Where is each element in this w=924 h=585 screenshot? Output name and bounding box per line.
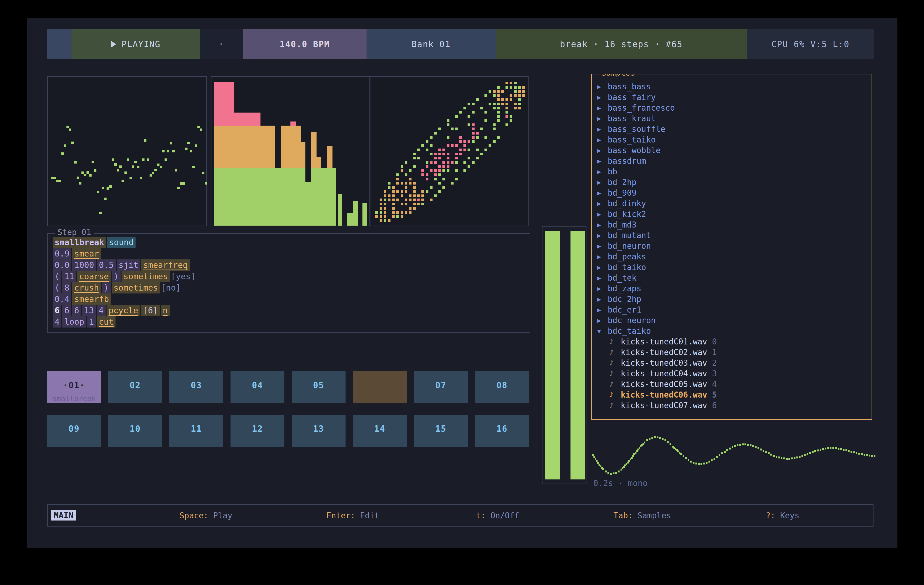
code-token-val[interactable]: ) xyxy=(102,282,111,293)
chevron-right-icon: ▶ xyxy=(597,242,608,250)
code-token-fn[interactable]: smear xyxy=(72,248,101,259)
code-token-val[interactable]: ) xyxy=(112,271,120,282)
step-cell-11[interactable]: 11 xyxy=(169,415,223,447)
sample-folder-bass_kraut[interactable]: ▶bass_kraut xyxy=(597,113,870,124)
sample-folder-bd_mutant[interactable]: ▶bd_mutant xyxy=(597,230,870,241)
sample-folder-bass_fairy[interactable]: ▶bass_fairy xyxy=(597,92,870,102)
sample-file-kicks-tunedC07.wav[interactable]: ♪kicks-tunedC07.wav6 xyxy=(597,400,870,410)
code-token-val[interactable]: 8 xyxy=(62,282,71,293)
sample-list[interactable]: ▶bass_bass▶bass_fairy▶bass_francesco▶bas… xyxy=(597,81,870,410)
sample-file-kicks-tunedC02.wav[interactable]: ♪kicks-tunedC02.wav1 xyxy=(597,347,870,358)
code-token-fn[interactable]: coarse xyxy=(77,271,111,282)
code-token-word[interactable]: sometimes xyxy=(112,282,160,293)
code-token-val[interactable]: 4 xyxy=(97,305,106,316)
sample-folder-bdc_er1[interactable]: ▶bdc_er1 xyxy=(597,304,870,315)
sample-folder-bd_neuron[interactable]: ▶bd_neuron xyxy=(597,241,870,251)
code-token-sound[interactable]: sound xyxy=(107,237,135,248)
sample-file-kicks-tunedC05.wav[interactable]: ♪kicks-tunedC05.wav4 xyxy=(597,379,870,389)
code-token-val[interactable]: 0.4 xyxy=(53,293,71,305)
code-token-fn[interactable]: smearfb xyxy=(72,293,111,305)
cloud-dot xyxy=(413,203,416,205)
scatter-dot xyxy=(114,163,117,166)
sample-folder-bd_zaps[interactable]: ▶bd_zaps xyxy=(597,283,870,294)
code-token-fn[interactable]: cut xyxy=(97,316,116,328)
code-token-fn[interactable]: smearfreq xyxy=(141,259,190,271)
sample-folder-bd_909[interactable]: ▶bd_909 xyxy=(597,188,870,198)
cloud-dot xyxy=(405,203,408,205)
code-token-name[interactable]: smallbreak xyxy=(53,237,106,248)
sample-folder-bass_wobble[interactable]: ▶bass_wobble xyxy=(597,145,870,155)
step-cell-1[interactable]: ·01·smallbreak xyxy=(47,371,101,404)
step-cell-6[interactable]: 06 xyxy=(353,371,407,404)
sample-folder-bd_md3[interactable]: ▶bd_md3 xyxy=(597,219,870,230)
code-token-obrk[interactable]: [6] xyxy=(141,305,160,316)
step-cell-13[interactable]: 13 xyxy=(292,415,345,447)
code-token-val[interactable]: 1000 xyxy=(72,259,96,271)
code-token-val[interactable]: sjit xyxy=(117,259,140,271)
code-token-fn[interactable]: n xyxy=(161,305,169,316)
sample-folder-bass_francesco[interactable]: ▶bass_francesco xyxy=(597,102,870,113)
step-code[interactable]: smallbreaksound0.9smear0.010000.5sjitsme… xyxy=(53,237,526,328)
code-token-val[interactable]: 4 xyxy=(53,316,61,328)
step-cell-12[interactable]: 12 xyxy=(231,415,284,447)
sample-folder-bd_taiko[interactable]: ▶bd_taiko xyxy=(597,262,870,272)
sample-folder-bd_2hp[interactable]: ▶bd_2hp xyxy=(597,177,870,188)
step-cell-15[interactable]: 15 xyxy=(414,415,468,447)
step-cell-16[interactable]: 16 xyxy=(475,415,529,447)
sample-folder-bass_taiko[interactable]: ▶bass_taiko xyxy=(597,134,870,145)
sample-folder-bd_kick2[interactable]: ▶bd_kick2 xyxy=(597,209,870,219)
code-token-val[interactable]: 0.9 xyxy=(53,248,71,259)
code-token-brk[interactable]: [no] xyxy=(161,282,181,293)
code-token-val[interactable]: 11 xyxy=(62,271,76,282)
code-token-fn[interactable]: crush xyxy=(72,282,101,293)
bank-display[interactable]: Bank 01 xyxy=(366,29,496,59)
skyline-block xyxy=(363,203,367,226)
sample-folder-bassdrum[interactable]: ▶bassdrum xyxy=(597,155,870,166)
code-token-val[interactable]: 0.0 xyxy=(53,259,71,271)
code-token-val[interactable]: 13 xyxy=(82,305,96,316)
scatter-dot xyxy=(84,174,86,176)
sample-file-kicks-tunedC04.wav[interactable]: ♪kicks-tunedC04.wav3 xyxy=(597,368,870,379)
step-cell-2[interactable]: 02 xyxy=(108,371,162,404)
sample-folder-bdc_neuron[interactable]: ▶bdc_neuron xyxy=(597,315,870,326)
sample-folder-bass_bass[interactable]: ▶bass_bass xyxy=(597,81,870,92)
step-cell-9[interactable]: 09 xyxy=(47,415,101,447)
step-cell-14[interactable]: 14 xyxy=(353,415,407,447)
code-token-word[interactable]: sometimes xyxy=(122,271,170,282)
sample-folder-bdc_2hp[interactable]: ▶bdc_2hp xyxy=(597,294,870,304)
scatter-dot xyxy=(124,171,127,174)
code-token-val[interactable]: loop xyxy=(62,316,86,328)
cloud-dot xyxy=(459,111,462,114)
code-token-val[interactable]: 6 xyxy=(72,305,81,316)
code-token-val[interactable]: 0.5 xyxy=(97,259,116,271)
code-token-fn[interactable]: pcycle xyxy=(107,305,140,316)
sample-folder-bd_dinky[interactable]: ▶bd_dinky xyxy=(597,198,870,209)
code-token-valb[interactable]: 6 xyxy=(53,305,61,316)
sample-folder-bdc_taiko[interactable]: ▼bdc_taiko xyxy=(597,326,870,336)
sample-folder-bd_tek[interactable]: ▶bd_tek xyxy=(597,272,870,283)
code-token-val[interactable]: ( xyxy=(53,282,61,293)
scatter-dot xyxy=(142,158,145,161)
step-cell-3[interactable]: 03 xyxy=(169,371,223,404)
step-cell-4[interactable]: 04 xyxy=(231,371,284,404)
code-token-val[interactable]: 6 xyxy=(62,305,71,316)
waveform-dash xyxy=(776,456,777,458)
sample-folder-bass_souffle[interactable]: ▶bass_souffle xyxy=(597,124,870,134)
sample-file-kicks-tunedC06.wav[interactable]: ♪kicks-tunedC06.wav5 xyxy=(597,389,870,400)
code-token-val[interactable]: 1 xyxy=(87,316,96,328)
step-cell-10[interactable]: 10 xyxy=(108,415,162,447)
cloud-dot xyxy=(392,215,395,218)
sample-file-kicks-tunedC01.wav[interactable]: ♪kicks-tunedC01.wav0 xyxy=(597,336,870,347)
step-cell-8[interactable]: 08 xyxy=(475,371,529,404)
sample-folder-bb[interactable]: ▶bb xyxy=(597,166,870,177)
cloud-dot xyxy=(421,194,424,197)
sample-file-kicks-tunedC03.wav[interactable]: ♪kicks-tunedC03.wav2 xyxy=(597,358,870,368)
bpm-display[interactable]: 140.0 BPM xyxy=(243,29,366,59)
code-token-brk[interactable]: [yes] xyxy=(171,271,195,282)
bank-label: Bank 01 xyxy=(411,40,450,49)
step-cell-5[interactable]: 05 xyxy=(292,371,345,404)
transport-status[interactable]: PLAYING xyxy=(71,29,200,59)
step-cell-7[interactable]: 07 xyxy=(414,371,468,404)
sample-folder-bd_peaks[interactable]: ▶bd_peaks xyxy=(597,251,870,262)
code-token-val[interactable]: ( xyxy=(53,271,61,282)
